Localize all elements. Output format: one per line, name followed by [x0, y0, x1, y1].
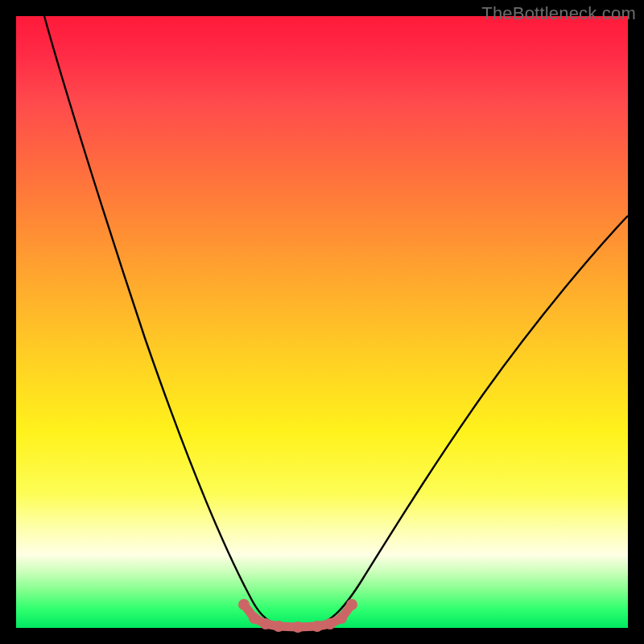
optimal-marker — [238, 599, 250, 610]
optimal-marker — [292, 621, 303, 633]
chart-svg — [16, 16, 628, 628]
optimal-marker — [336, 613, 347, 624]
optimal-marker — [273, 621, 284, 632]
watermark-text: TheBottleneck.com — [481, 3, 636, 24]
optimal-marker — [312, 621, 323, 632]
chart-plot-area — [16, 16, 628, 628]
optimal-marker — [249, 613, 260, 624]
optimal-marker — [260, 618, 271, 630]
bottleneck-curve — [44, 16, 628, 626]
chart-frame: TheBottleneck.com — [0, 0, 644, 644]
optimal-marker — [346, 599, 357, 610]
optimal-marker — [324, 618, 336, 630]
